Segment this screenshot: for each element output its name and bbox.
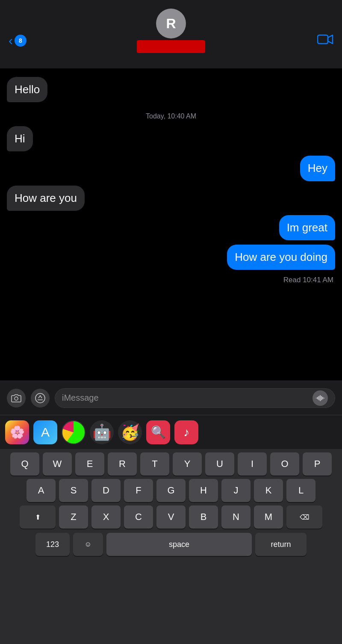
key-k[interactable]: K — [254, 479, 283, 502]
numbers-key[interactable]: 123 — [35, 533, 70, 556]
key-l[interactable]: L — [286, 479, 315, 502]
tray-fitness-button[interactable] — [62, 420, 86, 444]
svg-rect-7 — [321, 396, 322, 400]
key-q[interactable]: Q — [10, 452, 39, 476]
tray-search-button[interactable]: 🔍 — [146, 420, 170, 444]
svg-rect-3 — [316, 398, 317, 399]
key-p[interactable]: P — [303, 452, 332, 476]
tray-appstore-button[interactable]: A — [33, 420, 57, 444]
video-icon — [317, 33, 333, 45]
tray-memoji2-button[interactable]: 🥳 — [118, 420, 142, 444]
video-call-button[interactable] — [317, 33, 333, 48]
key-y[interactable]: Y — [173, 452, 202, 476]
svg-rect-5 — [318, 396, 319, 400]
waveform-icon — [316, 395, 324, 402]
key-j[interactable]: J — [221, 479, 251, 502]
memoji1-icon: 🤖 — [92, 423, 112, 441]
key-v[interactable]: V — [156, 505, 186, 529]
photos-icon: 🌸 — [10, 425, 25, 439]
appstore-tray-icon: A — [41, 425, 50, 440]
keyboard-row-3: ⬆ Z X C V B N M ⌫ — [0, 502, 342, 529]
appstore-button[interactable] — [31, 389, 50, 408]
music-tray-icon: ♪ — [183, 425, 189, 439]
keyboard-bottom-row: 123 ☺ space return — [0, 529, 342, 560]
svg-rect-6 — [320, 395, 321, 401]
input-bar: iMessage — [0, 381, 342, 415]
key-i[interactable]: I — [238, 452, 267, 476]
shift-key[interactable]: ⬆ — [20, 505, 56, 529]
bubble-sent-4: Hey — [300, 156, 335, 181]
message-row-5: How are you — [7, 186, 335, 211]
key-t[interactable]: T — [140, 452, 169, 476]
key-u[interactable]: U — [205, 452, 234, 476]
svg-point-1 — [15, 397, 18, 400]
keyboard-row-2: A S D F G H J K L — [0, 476, 342, 502]
message-placeholder: iMessage — [62, 393, 99, 403]
key-r[interactable]: R — [108, 452, 137, 476]
key-g[interactable]: G — [156, 479, 186, 502]
key-b[interactable]: B — [189, 505, 218, 529]
message-row-6: Im great — [7, 215, 335, 240]
memoji2-icon: 🥳 — [121, 423, 140, 441]
key-o[interactable]: O — [270, 452, 299, 476]
tray-photos-button[interactable]: 🌸 — [5, 420, 29, 444]
header: ‹ 8 R — [0, 0, 342, 68]
svg-rect-8 — [322, 397, 323, 399]
message-row-3: Hi — [7, 126, 335, 151]
avatar: R — [156, 9, 186, 38]
bubble-received-1: Hello — [7, 77, 47, 102]
svg-rect-4 — [317, 397, 318, 399]
svg-point-2 — [35, 393, 45, 403]
contact-info[interactable]: R — [137, 9, 205, 53]
back-chevron-icon: ‹ — [9, 33, 13, 48]
tray-memoji1-button[interactable]: 🤖 — [90, 420, 114, 444]
key-f[interactable]: F — [124, 479, 153, 502]
search-tray-icon: 🔍 — [151, 425, 166, 439]
back-badge: 8 — [15, 35, 27, 47]
message-input[interactable]: iMessage — [55, 388, 335, 408]
back-button[interactable]: ‹ 8 — [9, 33, 27, 48]
bubble-received-5: How are you — [7, 186, 85, 211]
key-h[interactable]: H — [189, 479, 218, 502]
camera-button[interactable] — [7, 389, 26, 408]
timestamp-1: Today, 10:40 AM — [7, 112, 335, 120]
key-z[interactable]: Z — [59, 505, 88, 529]
chat-area: Hello Today, 10:40 AM Hi Hey How are you… — [0, 68, 342, 381]
key-d[interactable]: D — [91, 479, 121, 502]
space-key[interactable]: space — [106, 533, 252, 556]
app-tray: 🌸 A 🤖 🥳 🔍 ♪ — [0, 415, 342, 449]
audio-input-button[interactable] — [313, 390, 328, 406]
bubble-sent-7: How are you doing — [227, 245, 335, 270]
bubble-sent-6: Im great — [279, 215, 335, 240]
key-x[interactable]: X — [91, 505, 121, 529]
key-m[interactable]: M — [254, 505, 283, 529]
svg-rect-9 — [324, 398, 324, 399]
key-e[interactable]: E — [75, 452, 104, 476]
emoji-key[interactable]: ☺ — [73, 533, 103, 556]
key-s[interactable]: S — [59, 479, 88, 502]
camera-icon — [11, 394, 21, 402]
bubble-received-3: Hi — [7, 126, 33, 151]
contact-name-bar — [137, 40, 205, 53]
key-c[interactable]: C — [124, 505, 153, 529]
read-receipt: Read 10:41 AM — [7, 276, 335, 284]
key-a[interactable]: A — [27, 479, 56, 502]
message-row-4: Hey — [7, 156, 335, 181]
svg-rect-0 — [318, 35, 328, 44]
key-w[interactable]: W — [43, 452, 72, 476]
return-key[interactable]: return — [255, 533, 307, 556]
backspace-key[interactable]: ⌫ — [286, 505, 322, 529]
keyboard: Q W E R T Y U I O P A S D F G H J K L ⬆ … — [0, 449, 342, 644]
appstore-icon — [35, 393, 46, 404]
message-row-1: Hello — [7, 77, 335, 102]
tray-music-button[interactable]: ♪ — [174, 420, 198, 444]
key-n[interactable]: N — [221, 505, 251, 529]
message-row-7: How are you doing — [7, 245, 335, 270]
keyboard-row-1: Q W E R T Y U I O P — [0, 449, 342, 476]
